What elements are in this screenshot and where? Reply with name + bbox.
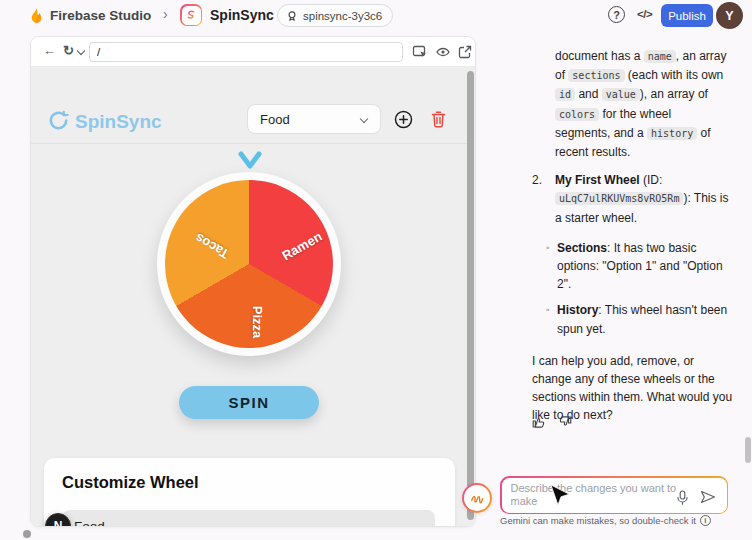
wheel-segment-label: Pizza (250, 306, 265, 339)
select-element-icon[interactable] (412, 44, 428, 60)
back-icon[interactable]: ← (43, 43, 56, 58)
spin-button[interactable]: SPIN (179, 386, 319, 419)
wheel-select-value: Food (260, 112, 290, 127)
disclaimer-text: Gemini can make mistakes, so double-chec… (500, 515, 696, 526)
bullet-icon: ◦ (546, 301, 550, 319)
customize-wheel-heading: Customize Wheel (62, 473, 199, 492)
sub-item-text: Sections: It has two basicoptions: "Opti… (557, 239, 750, 294)
breadcrumb-separator: › (163, 6, 168, 22)
gemini-avatar[interactable] (462, 483, 492, 513)
thumbs-up-icon[interactable] (531, 414, 547, 430)
thumbs-down-icon[interactable] (557, 414, 573, 430)
wheel-name-value: Food (74, 519, 105, 528)
code-view-icon[interactable]: </> (637, 8, 652, 20)
send-icon[interactable] (700, 490, 716, 504)
status-dot (23, 530, 31, 538)
spinsync-app-viewport: SpinSync Food Ramen Pizza (31, 67, 476, 527)
preview-scrollbar-thumb[interactable] (467, 71, 474, 520)
message-paragraph: document has a name, an arrayof sections… (555, 47, 750, 161)
list-item-text: My First Wheel (ID:uLqC7ulRKUVms8vRO5Rm)… (555, 173, 729, 224)
wheel-name-input[interactable]: Food (62, 510, 435, 527)
squiggle-icon (468, 489, 486, 507)
mic-icon[interactable] (676, 490, 689, 505)
chat-input[interactable] (511, 482, 689, 512)
sub-list-item: ◦ Sections: It has two basicoptions: "Op… (546, 239, 750, 294)
wheel-segment-label: Ramen (279, 229, 324, 264)
chat-input-container (500, 476, 728, 514)
help-icon[interactable]: ? (608, 6, 625, 23)
delete-wheel-trash-icon[interactable] (430, 110, 447, 128)
preview-toolbar: ← ↻ (31, 37, 475, 67)
message-feedback (531, 414, 573, 430)
app-preview-panel: ← ↻ SpinSync Food (30, 36, 476, 527)
url-input[interactable] (89, 42, 403, 62)
workspace-badge-label: spinsync-3y3c6 (303, 10, 382, 22)
reload-icon[interactable]: ↻ (63, 43, 74, 58)
info-icon[interactable]: i (700, 515, 711, 526)
add-wheel-icon[interactable] (394, 110, 413, 129)
inspect-eye-icon[interactable] (435, 44, 451, 60)
wheel-segments: Ramen Pizza Tacos (165, 180, 333, 348)
wheel-segment-label: Tacos (192, 230, 231, 261)
user-avatar[interactable]: Y (716, 2, 743, 29)
firebase-logo-icon (27, 6, 46, 25)
gemini-chat-message: document has a name, an arrayof sections… (532, 47, 750, 425)
breadcrumb-app-name[interactable]: SpinSync (210, 7, 274, 23)
list-number: 2. (532, 171, 542, 189)
spinsync-logo-icon (47, 109, 70, 132)
window-scrollbar-thumb[interactable] (745, 437, 751, 463)
reload-options-chevron-icon[interactable] (77, 47, 85, 55)
prototype-icon (286, 10, 298, 22)
customize-wheel-card: Customize Wheel Food (44, 458, 455, 527)
open-in-new-window-icon[interactable] (457, 44, 473, 60)
app-title: SpinSync (75, 111, 162, 133)
workspace-badge[interactable]: spinsync-3y3c6 (277, 4, 393, 27)
wheel-pointer-icon (237, 151, 263, 171)
top-bar: Firebase Studio › SpinSync spinsync-3y3c… (0, 0, 752, 32)
firebase-studio-window: Firebase Studio › SpinSync spinsync-3y3c… (0, 0, 752, 540)
breadcrumb-brand[interactable]: Firebase Studio (50, 8, 151, 23)
gemini-disclaimer: Gemini can make mistakes, so double-chec… (500, 515, 711, 526)
spinsync-app-icon (180, 4, 202, 26)
header-divider (31, 143, 467, 144)
wheel-select-dropdown[interactable]: Food (247, 104, 381, 134)
bullet-icon: ◦ (546, 239, 550, 257)
chevron-down-icon (360, 115, 368, 123)
list-item: 2. My First Wheel (ID:uLqC7ulRKUVms8vRO5… (555, 171, 750, 227)
spinner-wheel[interactable]: Ramen Pizza Tacos (157, 172, 341, 356)
sub-list-item: ◦ History: This wheel hasn't beenspun ye… (546, 301, 750, 337)
publish-button[interactable]: Publish (661, 4, 713, 27)
sub-item-text: History: This wheel hasn't beenspun yet. (557, 301, 750, 337)
